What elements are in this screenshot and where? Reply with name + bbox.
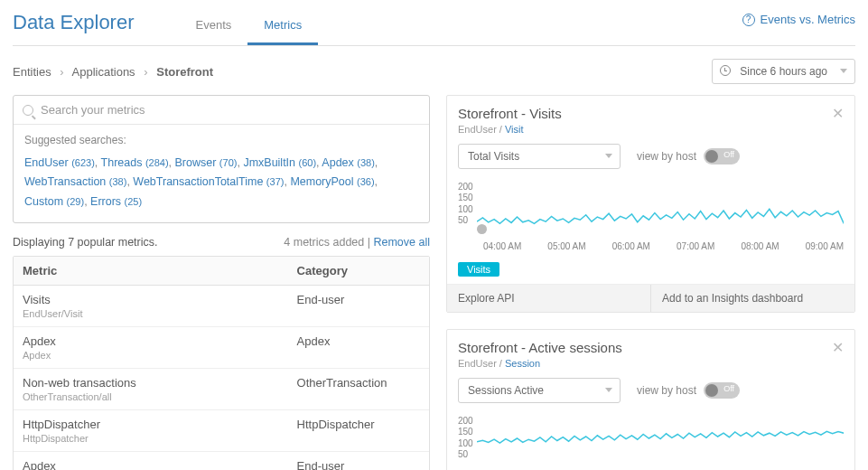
x-tick: 04:00 AM: [483, 241, 521, 251]
crumb-applications[interactable]: Applications: [72, 65, 135, 79]
table-row[interactable]: VisitsEndUser/VisitEnd-user: [14, 286, 429, 327]
suggested-tag[interactable]: Custom: [24, 195, 63, 208]
y-tick: 200: [458, 416, 473, 426]
y-tick: 50: [458, 449, 473, 459]
table-row[interactable]: ApdexApdexApdex: [14, 327, 429, 369]
chart-sub-link[interactable]: Session: [505, 358, 540, 369]
page-title: Data Explorer: [13, 7, 135, 45]
chevron-down-icon: [840, 69, 847, 73]
chart-card: Storefront - Active sessions✕EndUser / S…: [446, 329, 855, 470]
search-input[interactable]: [41, 103, 420, 117]
x-tick: 05:00 AM: [547, 241, 585, 251]
metric-path: HttpDispatcher: [23, 433, 279, 444]
suggested-tag[interactable]: WebTransaction: [24, 175, 106, 188]
crumb-entities[interactable]: Entities: [13, 65, 51, 79]
chart-sub-link[interactable]: Visit: [505, 124, 524, 135]
timepicker[interactable]: Since 6 hours ago: [712, 59, 855, 84]
suggested-tag[interactable]: EndUser: [24, 156, 69, 169]
close-icon[interactable]: ✕: [832, 105, 844, 122]
metric-path: OtherTransaction/all: [23, 391, 279, 402]
tag-count: (70): [219, 157, 238, 168]
suggested-tag[interactable]: Errors: [90, 195, 121, 208]
suggested-tag[interactable]: Apdex: [322, 156, 353, 169]
metric-category: End-user: [288, 452, 429, 470]
metrics-added-text: 4 metrics added: [284, 236, 364, 249]
metrics-table: Metric Category VisitsEndUser/VisitEnd-u…: [13, 256, 430, 470]
tab-events[interactable]: Events: [180, 9, 248, 44]
metric-select[interactable]: Sessions Active: [458, 378, 621, 403]
chevron-right-icon: ›: [144, 65, 147, 79]
metric-name: Visits: [23, 293, 279, 306]
scrubber-handle[interactable]: [477, 224, 487, 234]
tag-count: (36): [357, 176, 375, 187]
metric-category: Apdex: [288, 327, 429, 368]
chevron-down-icon: [605, 154, 612, 158]
chart-card: Storefront - Visits✕EndUser / VisitTotal…: [446, 95, 855, 313]
chart-title: Storefront - Active sessions: [458, 340, 622, 355]
explore-api-button[interactable]: Explore API: [447, 285, 651, 312]
y-tick: 50: [458, 215, 473, 225]
x-tick: 06:00 AM: [612, 241, 650, 251]
suggested-tag[interactable]: JmxBuiltIn: [243, 156, 295, 169]
tag-count: (37): [266, 176, 285, 187]
x-tick: 07:00 AM: [677, 241, 714, 251]
metric-path: EndUser/Visit: [23, 308, 279, 319]
tabs: Events Metrics: [180, 9, 319, 44]
chevron-down-icon: [605, 388, 612, 392]
metric-name: Non-web transactions: [23, 376, 279, 390]
help-link[interactable]: ? Events vs. Metrics: [742, 13, 855, 26]
suggested-tags: EndUser (623), Threads (284), Browser (7…: [24, 154, 418, 212]
x-tick: 08:00 AM: [741, 241, 779, 251]
metric-name: Apdex: [23, 459, 279, 470]
displaying-text: Displaying 7 popular metrics.: [13, 236, 158, 249]
y-tick: 200: [458, 182, 473, 192]
metric-path: Apdex: [23, 350, 279, 361]
y-tick: 100: [458, 438, 473, 448]
table-row[interactable]: HttpDispatcherHttpDispatcherHttpDispatch…: [14, 410, 429, 452]
add-dashboard-button[interactable]: Add to an Insights dashboard: [651, 285, 854, 312]
metric-select[interactable]: Total Visits: [458, 144, 621, 169]
breadcrumb: Entities › Applications › Storefront: [13, 65, 213, 79]
tag-count: (29): [67, 196, 85, 207]
remove-all-link[interactable]: Remove all: [373, 236, 430, 249]
x-tick: 09:00 AM: [806, 241, 844, 251]
metric-category: HttpDispatcher: [288, 410, 429, 451]
viewby-label: view by host: [637, 384, 696, 397]
close-icon[interactable]: ✕: [832, 339, 844, 356]
suggested-tag[interactable]: Threads: [101, 156, 143, 169]
tag-count: (623): [71, 157, 95, 168]
tag-count: (284): [145, 157, 169, 168]
viewby-toggle[interactable]: Off: [704, 382, 740, 399]
chart-plot: [477, 416, 844, 459]
viewby-label: view by host: [637, 150, 696, 163]
chart-sub-dim: EndUser /: [458, 358, 505, 369]
metric-category: OtherTransaction: [288, 369, 429, 409]
legend-pill[interactable]: Visits: [458, 262, 499, 277]
metric-name: Apdex: [23, 334, 279, 348]
suggested-label: Suggested searches:: [24, 134, 418, 146]
suggested-tag[interactable]: WebTransactionTotalTime: [133, 175, 263, 188]
chart-plot: [477, 182, 844, 225]
search-panel: Suggested searches: EndUser (623), Threa…: [13, 95, 430, 223]
y-tick: 150: [458, 427, 473, 437]
tag-count: (25): [125, 196, 143, 207]
col-category: Category: [288, 257, 429, 285]
suggested-tag[interactable]: MemoryPool: [290, 175, 353, 188]
metric-name: HttpDispatcher: [23, 418, 279, 431]
chart-title: Storefront - Visits: [458, 106, 562, 121]
metric-category: End-user: [288, 286, 429, 326]
viewby-toggle[interactable]: Off: [704, 148, 740, 164]
table-row[interactable]: Non-web transactionsOtherTransaction/all…: [14, 369, 429, 410]
search-icon: [23, 105, 33, 116]
chart-sub-dim: EndUser /: [458, 124, 505, 135]
tag-count: (38): [357, 157, 375, 168]
y-tick: 100: [458, 204, 473, 214]
tab-metrics[interactable]: Metrics: [247, 9, 318, 44]
crumb-current: Storefront: [156, 65, 213, 79]
clock-icon: [720, 65, 731, 76]
suggested-tag[interactable]: Browser: [175, 156, 217, 169]
tag-count: (60): [299, 157, 317, 168]
chevron-right-icon: ›: [60, 65, 63, 79]
table-row[interactable]: ApdexEndUser/ApdexEnd-user: [14, 452, 429, 470]
col-metric: Metric: [14, 257, 288, 285]
